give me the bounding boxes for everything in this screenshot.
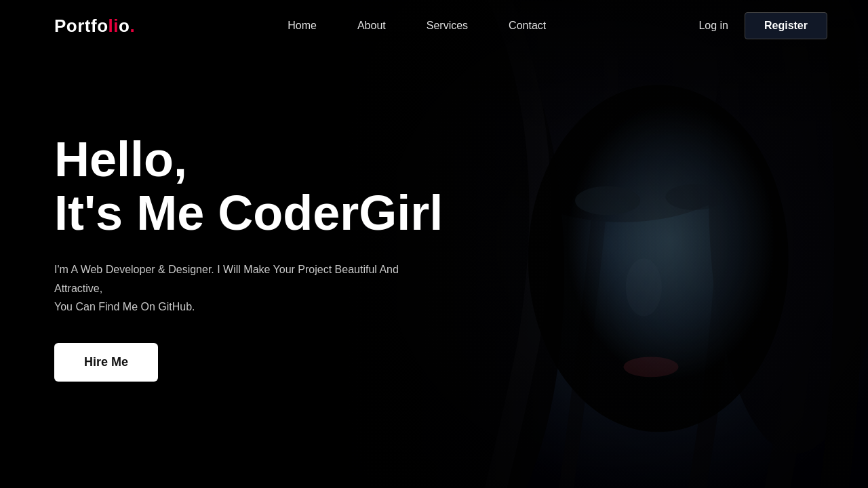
nav-link-contact[interactable]: Contact [509, 20, 546, 31]
hero-description: I'm A Web Developer & Designer. I Will M… [54, 260, 448, 316]
logo-o: o [119, 16, 130, 36]
logo-text: Portfo [54, 16, 108, 36]
hero-greeting: Hello, [54, 133, 868, 186]
nav-item-services[interactable]: Services [427, 20, 468, 32]
nav-link-about[interactable]: About [357, 20, 386, 31]
logo-dot: . [130, 16, 135, 36]
hire-me-button[interactable]: Hire Me [54, 343, 158, 382]
logo: Portfolio. [54, 16, 135, 37]
page-wrapper: Portfolio. Home About Services Contact L… [0, 0, 868, 488]
hero-tagline: It's Me CoderGirl [54, 186, 868, 240]
nav-item-contact[interactable]: Contact [509, 20, 546, 32]
nav-link-services[interactable]: Services [427, 20, 468, 31]
nav-links: Home About Services Contact [288, 20, 546, 32]
nav-actions: Log in Register [698, 12, 827, 39]
register-button[interactable]: Register [745, 12, 827, 39]
navbar: Portfolio. Home About Services Contact L… [0, 0, 868, 52]
login-button[interactable]: Log in [698, 20, 728, 32]
nav-item-about[interactable]: About [357, 20, 386, 32]
nav-link-home[interactable]: Home [288, 20, 317, 31]
nav-item-home[interactable]: Home [288, 20, 317, 32]
hero-section: Hello, It's Me CoderGirl I'm A Web Devel… [0, 52, 868, 382]
logo-highlight: li [108, 16, 119, 36]
